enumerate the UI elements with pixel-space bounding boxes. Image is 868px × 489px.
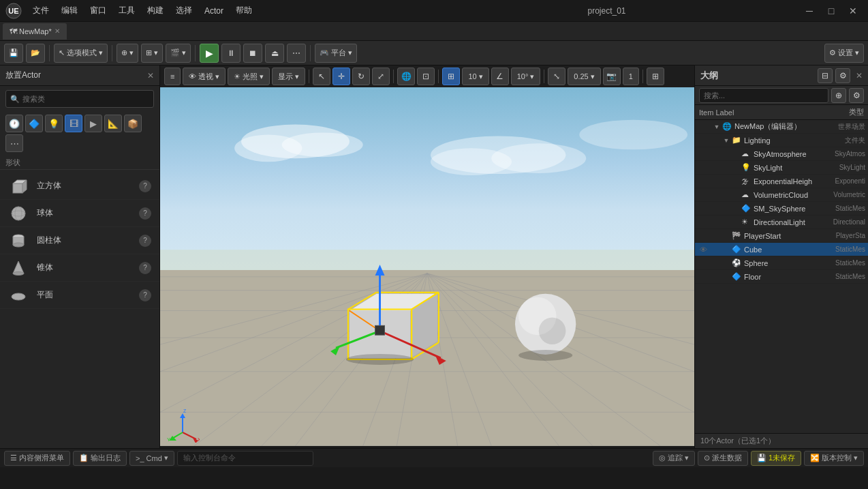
category-vol[interactable]: 📦 xyxy=(124,115,142,132)
category-basic[interactable]: 🔷 xyxy=(25,115,43,132)
tree-item-skysphere[interactable]: 🔷SM_SkySphereStaticMes xyxy=(695,202,868,216)
menu-tools[interactable]: 工具 xyxy=(113,2,140,19)
scale-snap-button[interactable]: ⤡ xyxy=(548,68,565,85)
menu-actor[interactable]: Actor xyxy=(199,3,229,18)
eject-button[interactable]: ⏏ xyxy=(265,44,284,63)
tree-item-floor[interactable]: 🔷FloorStaticMes xyxy=(695,270,868,284)
menu-help[interactable]: 帮助 xyxy=(230,2,258,19)
sphere-help-icon[interactable]: ? xyxy=(139,207,151,220)
pause-button[interactable]: ⏸ xyxy=(221,44,241,63)
close-button[interactable]: ✕ xyxy=(843,1,863,20)
menu-edit[interactable]: 编辑 xyxy=(56,2,83,19)
tree-item-playerstart[interactable]: 🏁PlayerStartPlayerSta xyxy=(695,229,868,243)
item-icon: ☀ xyxy=(741,218,752,226)
tree-item-skylight[interactable]: 💡SkyLightSkyLight xyxy=(695,161,868,175)
perspective-button[interactable]: 👁 透视 ▾ xyxy=(183,68,226,85)
tab-newmap[interactable]: 🗺 NewMap* ✕ xyxy=(3,23,67,40)
cylinder-help-icon[interactable]: ? xyxy=(139,235,151,247)
menu-file[interactable]: 文件 xyxy=(27,2,55,19)
shape-cone[interactable]: 锥体 ? xyxy=(0,254,159,282)
add-actor-button[interactable]: ⊕ ▾ xyxy=(117,44,138,63)
angle-size-selector[interactable]: 10° ▾ xyxy=(511,68,541,85)
content-drawer-button[interactable]: ☰ 内容侧滑菜单 xyxy=(4,451,70,466)
menu-select[interactable]: 选择 xyxy=(170,2,198,19)
grid-snap-button[interactable]: ⊞ xyxy=(442,68,460,85)
cube-label: 立方体 xyxy=(37,180,131,192)
lighting-button[interactable]: ☀ 光照 ▾ xyxy=(228,68,270,85)
platform-button[interactable]: 🎮 平台 ▾ xyxy=(315,44,357,63)
transform-icon: ⊞ xyxy=(146,48,152,57)
cinematic-button[interactable]: 🎬 ▾ xyxy=(166,44,191,63)
item-icon: 🔷 xyxy=(732,272,743,281)
menu-window[interactable]: 窗口 xyxy=(84,2,112,19)
shape-cylinder[interactable]: 圆柱体 ? xyxy=(0,227,159,254)
play-options-button[interactable]: ⋯ xyxy=(287,44,306,63)
outliner-settings2-button[interactable]: ⚙ xyxy=(849,88,864,103)
shape-plane[interactable]: 平面 ? xyxy=(0,282,159,309)
play-button[interactable]: ▶ xyxy=(200,44,219,63)
plane-help-icon[interactable]: ? xyxy=(139,289,151,301)
minimize-button[interactable]: ─ xyxy=(800,1,819,20)
tree-item-newmap[interactable]: ▼🌐NewMap（编辑器）世界场景 xyxy=(695,120,868,134)
trace-dropdown-icon: ▾ xyxy=(685,454,689,462)
settings-button[interactable]: ⚙ 设置 ▾ xyxy=(824,44,864,63)
category-all[interactable]: ⋯ xyxy=(5,134,23,152)
mode-button[interactable]: ↖ 选项模式 ▾ xyxy=(54,44,108,63)
unsaved-changes-button[interactable]: 💾 1未保存 xyxy=(751,451,801,466)
camera-icon-btn[interactable]: 📷 xyxy=(603,68,621,85)
open-button[interactable]: 📂 xyxy=(26,44,45,63)
camera-speed-selector[interactable]: 1 xyxy=(623,68,639,85)
category-recent[interactable]: 🕐 xyxy=(5,115,23,132)
outliner-settings-button[interactable]: ⚙ xyxy=(835,68,850,83)
surface-snapping-button[interactable]: ⊡ xyxy=(417,68,435,85)
outliner-search-input[interactable] xyxy=(699,88,828,103)
transform-button[interactable]: ⊞ ▾ xyxy=(141,44,163,63)
shape-sphere[interactable]: 球体 ? xyxy=(0,200,159,227)
close-panel-button[interactable]: ✕ xyxy=(147,71,154,80)
console-input[interactable]: 输入控制台命令 xyxy=(177,451,313,466)
output-log-button[interactable]: 📋 输出日志 xyxy=(73,451,127,466)
viewport[interactable]: ≡ 👁 透视 ▾ ☀ 光照 ▾ 显示 ▾ ↖ ✛ ↻ ⤢ xyxy=(160,65,694,448)
tab-close-icon[interactable]: ✕ xyxy=(55,27,60,35)
angle-snap-button[interactable]: ∠ xyxy=(491,68,509,85)
category-anim[interactable]: ▶ xyxy=(84,115,102,132)
search-bar[interactable]: 🔍 xyxy=(5,90,154,108)
derived-data-button[interactable]: ⊙ 派生数据 xyxy=(698,451,748,466)
shape-cube[interactable]: 立方体 ? xyxy=(0,173,159,200)
category-cinema[interactable]: 🎞 xyxy=(65,115,82,132)
cone-help-icon[interactable]: ? xyxy=(139,262,151,274)
scale-snap-selector[interactable]: 0.25 ▾ xyxy=(568,68,600,85)
trace-button[interactable]: ◎ 追踪 ▾ xyxy=(653,451,695,466)
tree-item-volcloud[interactable]: ☁VolumetricCloudVolumetric xyxy=(695,188,868,202)
save-button[interactable]: 💾 xyxy=(4,44,23,63)
maximize-button[interactable]: □ xyxy=(822,1,841,20)
world-space-button[interactable]: 🌐 xyxy=(397,68,415,85)
tree-item-cube[interactable]: 👁🔷CubeStaticMes xyxy=(695,243,868,256)
outliner-add-button[interactable]: ⊕ xyxy=(831,88,846,103)
viewport-menu-button[interactable]: ≡ xyxy=(164,68,181,85)
category-light[interactable]: 💡 xyxy=(45,115,63,132)
cmd-button[interactable]: >_ Cmd ▾ xyxy=(129,451,174,466)
select-tool[interactable]: ↖ xyxy=(313,68,330,85)
place-actors-header: 放置Actor ✕ xyxy=(0,65,159,86)
outliner-close-button[interactable]: ✕ xyxy=(856,71,863,80)
tree-item-expheight[interactable]: 🌫ExponentialHeighExponenti xyxy=(695,175,868,188)
cube-help-icon[interactable]: ? xyxy=(139,180,151,192)
tree-item-dirlight[interactable]: ☀DirectionalLightDirectional xyxy=(695,216,868,229)
maximize-viewport-button[interactable]: ⊞ xyxy=(647,68,664,85)
scale-tool[interactable]: ⤢ xyxy=(372,68,390,85)
menu-build[interactable]: 构建 xyxy=(142,2,169,19)
show-button[interactable]: 显示 ▾ xyxy=(272,68,305,85)
grid-size-selector[interactable]: 10 ▾ xyxy=(462,68,489,85)
stop-button[interactable]: ⏹ xyxy=(243,44,262,63)
search-input[interactable] xyxy=(22,95,149,103)
translate-tool[interactable]: ✛ xyxy=(332,68,350,85)
tree-item-skyatmos[interactable]: ☁SkyAtmosphereSkyAtmos xyxy=(695,147,868,161)
rotate-tool[interactable]: ↻ xyxy=(352,68,370,85)
tree-item-lighting[interactable]: ▼📁Lighting文件夹 xyxy=(695,134,868,147)
tree-item-sphere[interactable]: ⚽SphereStaticMes xyxy=(695,256,868,270)
outliner-filter-button[interactable]: ⊟ xyxy=(818,68,833,83)
visibility-icon[interactable]: 👁 xyxy=(698,246,709,254)
source-control-button[interactable]: 🔀 版本控制 ▾ xyxy=(804,451,864,466)
category-bp[interactable]: 📐 xyxy=(104,115,122,132)
